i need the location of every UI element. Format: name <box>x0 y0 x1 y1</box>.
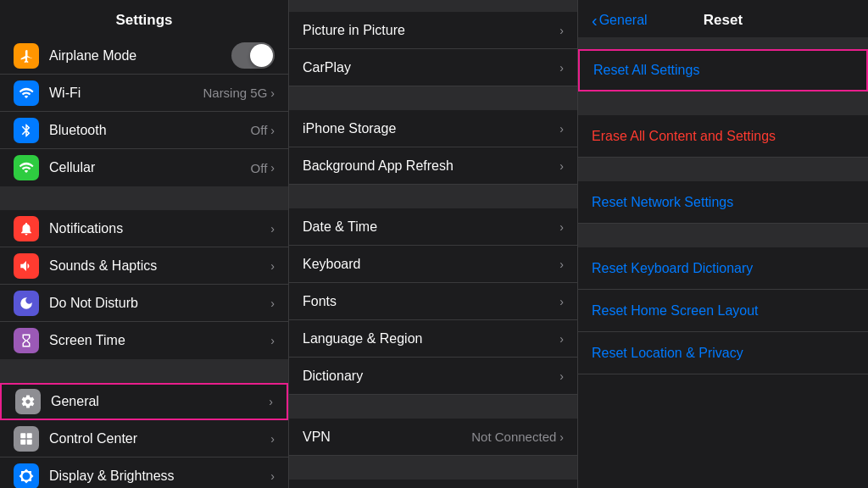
reset-panel: ‹ General Reset Reset All Settings Erase… <box>578 0 868 488</box>
row-general[interactable]: General › <box>0 383 288 420</box>
backgroundapp-chevron: › <box>559 159 564 173</box>
row-sounds[interactable]: Sounds & Haptics › <box>0 247 288 285</box>
reset-list: Reset All Settings Erase All Content and… <box>578 37 868 488</box>
vpn-label: VPN <box>303 430 471 445</box>
row-wifi[interactable]: Wi-Fi Narsing 5G › <box>0 75 288 112</box>
svg-rect-0 <box>20 433 25 438</box>
hourglass-icon <box>14 328 39 353</box>
sounds-icon <box>14 253 39 279</box>
displaybrightness-label: Display & Brightness <box>49 469 270 484</box>
row-vpn[interactable]: VPN Not Connected › <box>289 419 577 456</box>
wifi-value: Narsing 5G <box>203 86 267 100</box>
airplane-label: Airplane Mode <box>49 48 231 64</box>
row-reset-location[interactable]: Reset Location & Privacy <box>578 332 868 374</box>
row-pip[interactable]: Picture in Picture › <box>289 12 577 49</box>
reset-top-gap <box>578 37 868 49</box>
general-panel: Picture in Picture › CarPlay › iPhone St… <box>289 0 578 488</box>
iphonestorage-chevron: › <box>559 122 564 136</box>
bluetooth-value: Off <box>251 123 268 137</box>
back-button[interactable]: ‹ General <box>592 12 648 29</box>
reset-location-label: Reset Location & Privacy <box>592 346 743 361</box>
back-label: General <box>599 13 648 28</box>
donotdisturb-label: Do Not Disturb <box>49 296 270 311</box>
row-reset-homescreen[interactable]: Reset Home Screen Layout <box>578 290 868 332</box>
mid-divider-2 <box>289 185 577 208</box>
row-displaybrightness[interactable]: Display & Brightness › <box>0 458 288 488</box>
sounds-chevron: › <box>270 259 275 273</box>
row-datetime[interactable]: Date & Time › <box>289 208 577 246</box>
keyboard-chevron: › <box>559 258 564 271</box>
row-reset-all[interactable]: Reset All Settings <box>578 49 868 92</box>
mid-divider-4 <box>289 456 577 480</box>
row-erase-all[interactable]: Erase All Content and Settings <box>578 115 868 158</box>
language-label: Language & Region <box>303 331 559 347</box>
airplane-toggle[interactable] <box>231 42 275 69</box>
carplay-chevron: › <box>559 61 564 75</box>
reset-keyboard-label: Reset Keyboard Dictionary <box>592 261 753 276</box>
row-notifications[interactable]: Notifications › <box>0 210 288 247</box>
reset-title: Reset <box>704 12 743 29</box>
row-cellular[interactable]: Cellular Off › <box>0 149 288 186</box>
screentime-chevron: › <box>270 334 275 347</box>
row-airplane[interactable]: Airplane Mode <box>0 37 288 75</box>
row-reset-network[interactable]: Reset Network Settings <box>578 181 868 224</box>
row-donotdisturb[interactable]: Do Not Disturb › <box>0 285 288 322</box>
back-chevron-icon: ‹ <box>592 12 598 29</box>
reset-all-label: Reset All Settings <box>593 63 699 78</box>
gear-icon <box>15 389 41 414</box>
notifications-icon <box>14 216 39 241</box>
pip-label: Picture in Picture <box>303 23 559 38</box>
cellular-value: Off <box>251 161 268 175</box>
controlcenter-label: Control Center <box>49 431 270 446</box>
controlcenter-chevron: › <box>270 432 275 446</box>
section-notifications: Notifications › Sounds & Haptics › Do No… <box>0 210 288 359</box>
dictionary-label: Dictionary <box>303 369 559 384</box>
datetime-label: Date & Time <box>303 219 559 235</box>
cellular-label: Cellular <box>49 160 251 175</box>
general-list: Picture in Picture › CarPlay › iPhone St… <box>289 0 577 488</box>
dictionary-chevron: › <box>559 369 564 383</box>
section-general: General › Control Center › Display & Bri… <box>0 383 288 488</box>
general-chevron: › <box>269 395 273 408</box>
bluetooth-icon <box>14 118 39 143</box>
row-keyboard[interactable]: Keyboard › <box>289 246 577 283</box>
wifi-icon <box>14 80 39 106</box>
sounds-label: Sounds & Haptics <box>49 258 270 274</box>
pip-chevron: › <box>559 24 564 37</box>
iphonestorage-label: iPhone Storage <box>303 121 559 136</box>
row-iphonestorage[interactable]: iPhone Storage › <box>289 110 577 147</box>
reset-homescreen-label: Reset Home Screen Layout <box>592 303 759 319</box>
controlcenter-icon <box>14 426 39 452</box>
divider-1 <box>0 186 288 210</box>
settings-title: Settings <box>0 0 288 37</box>
notifications-chevron: › <box>270 222 275 236</box>
carplay-label: CarPlay <box>303 60 559 75</box>
vpn-chevron: › <box>559 430 564 444</box>
svg-rect-2 <box>20 439 25 444</box>
row-language[interactable]: Language & Region › <box>289 320 577 358</box>
row-fonts[interactable]: Fonts › <box>289 283 577 320</box>
row-dictionary[interactable]: Dictionary › <box>289 358 577 395</box>
row-carplay[interactable]: CarPlay › <box>289 49 577 86</box>
reset-network-label: Reset Network Settings <box>592 195 733 210</box>
moon-icon <box>14 291 39 316</box>
bluetooth-chevron: › <box>270 124 275 137</box>
wifi-label: Wi-Fi <box>49 86 203 101</box>
keyboard-label: Keyboard <box>303 257 559 272</box>
row-legalreg[interactable]: Legal & Regulatory › <box>289 480 577 488</box>
datetime-chevron: › <box>559 220 564 234</box>
row-backgroundapp[interactable]: Background App Refresh › <box>289 147 577 185</box>
reset-gap-1 <box>578 92 868 115</box>
row-reset-keyboard[interactable]: Reset Keyboard Dictionary <box>578 247 868 290</box>
row-controlcenter[interactable]: Control Center › <box>0 420 288 458</box>
section-connectivity: Airplane Mode Wi-Fi Narsing 5G › Bluetoo… <box>0 37 288 186</box>
cellular-icon <box>14 155 39 180</box>
row-bluetooth[interactable]: Bluetooth Off › <box>0 112 288 149</box>
language-chevron: › <box>559 332 564 346</box>
reset-header: ‹ General Reset <box>578 0 868 37</box>
row-screentime[interactable]: Screen Time › <box>0 322 288 359</box>
svg-rect-1 <box>27 433 32 438</box>
donotdisturb-chevron: › <box>270 297 275 310</box>
vpn-value: Not Connected <box>471 430 556 444</box>
wifi-chevron: › <box>270 86 275 100</box>
